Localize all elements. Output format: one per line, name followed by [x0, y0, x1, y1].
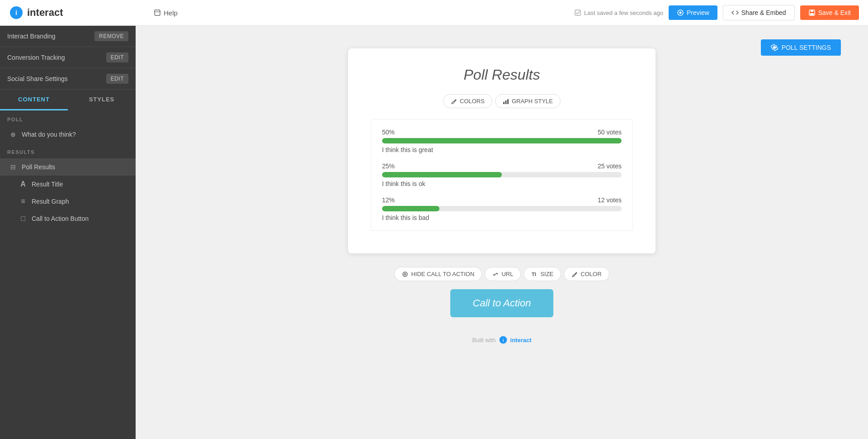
result-label: I think this is great	[382, 146, 622, 153]
color-icon	[571, 271, 578, 277]
help-button[interactable]: Help	[154, 9, 178, 17]
svg-rect-2	[155, 10, 160, 15]
results-container: 50% 50 votes I think this is great 25% 2…	[371, 119, 633, 231]
result-bar-bg	[382, 206, 622, 211]
poll-settings-button[interactable]: POLL SETTINGS	[761, 39, 841, 56]
color-button[interactable]: COLOR	[564, 267, 609, 281]
social-share-row: Social Share Settings EDIT	[0, 68, 136, 90]
cta-controls: HIDE CALL TO ACTION URL TI SIZE	[394, 267, 609, 281]
save-exit-button[interactable]: Save & Exit	[800, 5, 859, 20]
result-stats: 50% 50 votes	[382, 129, 622, 136]
sidebar-item-add-question[interactable]: ⊕ What do you think?	[0, 126, 136, 143]
graph-style-button[interactable]: GRAPH STYLE	[495, 94, 561, 108]
svg-text:i: i	[15, 9, 17, 16]
result-bar-fill	[382, 206, 439, 211]
graph-icon: ≡	[19, 197, 27, 205]
svg-rect-4	[575, 10, 580, 15]
section-results-header: RESULTS	[0, 143, 136, 158]
svg-point-13	[403, 272, 407, 277]
nav-middle: Help	[145, 9, 574, 17]
call-to-action-button[interactable]: Call to Action	[450, 289, 554, 317]
main-content: POLL SETTINGS Poll Results COLORS	[136, 26, 868, 439]
built-with: Built with i interact	[472, 335, 532, 344]
gear-icon	[771, 44, 778, 51]
help-label: Help	[164, 9, 178, 17]
poll-controls: COLORS GRAPH STYLE	[371, 94, 633, 108]
logo-area: i interact	[9, 5, 145, 20]
code-icon	[731, 9, 739, 16]
cta-section: HIDE CALL TO ACTION URL TI SIZE	[348, 267, 656, 317]
result-row: 25% 25 votes I think this is ok	[382, 162, 622, 187]
help-icon	[154, 9, 161, 16]
result-bar-bg	[382, 138, 622, 143]
add-icon: ⊕	[9, 130, 17, 138]
size-icon: TI	[531, 271, 538, 277]
svg-rect-10	[503, 102, 505, 104]
interact-branding-row: Interact Branding REMOVE	[0, 26, 136, 47]
conversion-tracking-label: Conversion Tracking	[7, 54, 65, 61]
share-embed-button[interactable]: Share & Embed	[723, 5, 795, 20]
section-poll-header: POLL	[0, 110, 136, 126]
size-button[interactable]: TI SIZE	[524, 267, 561, 281]
result-percent: 50%	[382, 129, 395, 136]
link-icon	[492, 271, 499, 277]
colors-button[interactable]: COLORS	[443, 94, 492, 108]
interact-branding-label: Interact Branding	[7, 33, 56, 40]
url-button[interactable]: URL	[485, 267, 521, 281]
svg-point-6	[679, 12, 681, 14]
sidebar-item-result-graph[interactable]: ≡ Result Graph	[0, 193, 136, 210]
result-votes: 12 votes	[598, 196, 622, 204]
poll-title: Poll Results	[371, 67, 633, 83]
brush-icon	[451, 98, 457, 105]
result-votes: 25 votes	[598, 162, 622, 170]
result-stats: 12% 12 votes	[382, 196, 622, 204]
result-bar-fill	[382, 138, 622, 143]
poll-card: Poll Results COLORS GRAPH STYLE	[348, 48, 656, 253]
social-share-label: Social Share Settings	[7, 75, 68, 82]
tab-styles[interactable]: STYLES	[68, 90, 136, 110]
svg-text:i: i	[502, 338, 504, 343]
edit-conversion-button[interactable]: EDIT	[106, 52, 128, 62]
result-label: I think this is ok	[382, 180, 622, 187]
result-votes: 50 votes	[598, 129, 622, 136]
svg-rect-12	[507, 99, 509, 104]
cta-icon: □	[19, 215, 27, 223]
nav-right: Last saved a few seconds ago Preview Sha…	[574, 5, 859, 20]
text-icon: A	[19, 180, 27, 188]
preview-icon	[677, 9, 684, 16]
result-bar-bg	[382, 172, 622, 177]
result-percent: 12%	[382, 196, 395, 204]
preview-button[interactable]: Preview	[669, 5, 717, 20]
result-label: I think this is bad	[382, 214, 622, 221]
sidebar-item-cta-button[interactable]: □ Call to Action Button	[0, 210, 136, 227]
edit-social-button[interactable]: EDIT	[106, 74, 128, 84]
sidebar-tabs: CONTENT STYLES	[0, 90, 136, 110]
conversion-tracking-row: Conversion Tracking EDIT	[0, 47, 136, 68]
interact-logo-icon: i	[9, 5, 24, 20]
svg-text:TI: TI	[532, 272, 536, 277]
hide-icon	[402, 271, 408, 277]
svg-rect-9	[810, 13, 814, 15]
result-stats: 25% 25 votes	[382, 162, 622, 170]
svg-rect-11	[505, 100, 506, 104]
results-icon: ⊟	[9, 163, 17, 171]
sidebar-item-poll-results[interactable]: ⊟ Poll Results	[0, 158, 136, 176]
bars-icon	[503, 98, 509, 105]
sidebar-item-result-title[interactable]: A Result Title	[0, 176, 136, 193]
last-saved-text: Last saved a few seconds ago	[574, 9, 663, 16]
svg-rect-8	[811, 10, 813, 12]
sidebar: Interact Branding REMOVE Conversion Trac…	[0, 26, 136, 439]
svg-point-14	[404, 273, 406, 275]
save-status-icon	[574, 9, 581, 16]
main-layout: Interact Branding REMOVE Conversion Trac…	[0, 26, 868, 439]
result-percent: 25%	[382, 162, 395, 170]
result-row: 50% 50 votes I think this is great	[382, 129, 622, 153]
remove-branding-button[interactable]: REMOVE	[94, 31, 128, 41]
result-bar-fill	[382, 172, 502, 177]
result-row: 12% 12 votes I think this is bad	[382, 196, 622, 221]
logo-text: interact	[27, 7, 63, 19]
save-icon	[808, 9, 816, 16]
tab-content[interactable]: CONTENT	[0, 90, 68, 110]
top-nav: i interact Help Last saved a few seconds…	[0, 0, 868, 26]
hide-cta-button[interactable]: HIDE CALL TO ACTION	[394, 267, 482, 281]
